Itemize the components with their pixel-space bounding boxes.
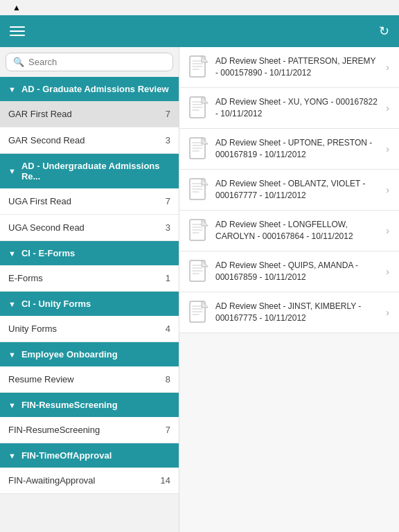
search-icon: 🔍 xyxy=(13,57,24,67)
chevron-right-icon: › xyxy=(386,307,389,318)
sidebar-item-badge: 1 xyxy=(166,273,170,283)
menu-button[interactable] xyxy=(10,26,25,36)
section-label: FIN-TimeOffApproval xyxy=(21,450,112,461)
hamburger-line-3 xyxy=(10,35,25,36)
sidebar-item-label: FIN-ResumeScreening xyxy=(8,425,100,435)
section-label: CI - Unity Forms xyxy=(21,299,91,309)
sidebar-item-label: Unity Forms xyxy=(8,323,57,334)
search-bar[interactable]: 🔍 xyxy=(6,53,173,71)
chevron-icon: ▼ xyxy=(8,167,16,175)
list-item-text: AD Review Sheet - XU, YONG - 000167822 -… xyxy=(215,96,379,120)
status-bar-left: ▲ xyxy=(8,3,21,12)
sidebar-item-badge: 4 xyxy=(166,323,170,334)
status-bar: ▲ xyxy=(0,0,399,15)
sidebar-item-badge: 3 xyxy=(166,135,170,145)
list-item-text: AD Review Sheet - QUIPS, AMANDA - 000167… xyxy=(215,260,379,283)
section-label: Employee Onboarding xyxy=(21,349,118,360)
list-item-text: AD Review Sheet - LONGFELLOW, CAROLYN - … xyxy=(215,219,379,242)
sidebar-item-badge: 7 xyxy=(166,109,170,119)
sidebar: 🔍 ▼AD - Graduate Admissions Review GAR F… xyxy=(0,47,179,532)
sidebar-item-resume-review[interactable]: Resume Review 8 xyxy=(0,366,179,393)
section-label: FIN-ResumeScreening xyxy=(21,400,118,410)
sidebar-item-eforms[interactable]: E-Forms 1 xyxy=(0,265,179,292)
list-item-item4[interactable]: AD Review Sheet - OBLANTZ, VIOLET - 0001… xyxy=(179,170,399,211)
nav-bar: ↻ xyxy=(0,15,399,47)
sidebar-item-uga-first-read[interactable]: UGA First Read 7 xyxy=(0,188,179,215)
document-icon xyxy=(189,178,209,202)
chevron-icon: ▼ xyxy=(8,249,16,258)
list-item-item3[interactable]: AD Review Sheet - UPTONE, PRESTON - 0001… xyxy=(179,129,399,170)
document-icon xyxy=(189,260,209,283)
hamburger-line-2 xyxy=(10,30,25,32)
chevron-right-icon: › xyxy=(386,266,389,277)
section-header-fin-resume[interactable]: ▼FIN-ResumeScreening xyxy=(0,393,179,417)
sidebar-item-badge: 3 xyxy=(166,222,170,233)
section-header-ci-eforms[interactable]: ▼CI - E-Forms xyxy=(0,241,179,265)
list-item-item7[interactable]: AD Review Sheet - JINST, KIMBERLY - 0001… xyxy=(179,292,399,333)
document-icon xyxy=(189,55,209,79)
sidebar-item-badge: 7 xyxy=(166,196,170,206)
sidebar-item-fin-awaiting-approval[interactable]: FIN-AwaitingApproval 14 xyxy=(0,468,179,494)
sidebar-item-uga-second-read[interactable]: UGA Second Read 3 xyxy=(0,215,179,241)
wifi-icon: ▲ xyxy=(12,3,21,12)
document-icon xyxy=(189,219,209,242)
chevron-right-icon: › xyxy=(386,225,389,236)
list-item-text: AD Review Sheet - JINST, KIMBERLY - 0001… xyxy=(215,301,379,324)
section-label: AD - Graduate Admissions Review xyxy=(21,84,169,94)
sidebar-item-label: GAR Second Read xyxy=(8,135,85,145)
section-label: CI - E-Forms xyxy=(21,248,75,258)
list-item-item1[interactable]: AD Review Sheet - PATTERSON, JEREMY - 00… xyxy=(179,47,399,88)
list-item-item6[interactable]: AD Review Sheet - QUIPS, AMANDA - 000167… xyxy=(179,251,399,292)
section-label: AD - Undergraduate Admissions Re... xyxy=(21,161,170,181)
sidebar-item-label: GAR First Read xyxy=(8,109,72,119)
list-item-text: AD Review Sheet - PATTERSON, JEREMY - 00… xyxy=(215,55,379,79)
list-item-text: AD Review Sheet - OBLANTZ, VIOLET - 0001… xyxy=(215,178,379,202)
sidebar-item-fin-resume-screening[interactable]: FIN-ResumeScreening 7 xyxy=(0,417,179,443)
chevron-icon: ▼ xyxy=(8,351,16,359)
document-icon xyxy=(189,137,209,161)
chevron-icon: ▼ xyxy=(8,300,16,308)
refresh-button[interactable]: ↻ xyxy=(379,24,389,39)
section-header-ad-grad[interactable]: ▼AD - Graduate Admissions Review xyxy=(0,77,179,101)
sidebar-item-badge: 8 xyxy=(166,374,170,384)
search-input[interactable] xyxy=(28,57,166,67)
chevron-icon: ▼ xyxy=(8,85,16,94)
sidebar-item-unity-forms[interactable]: Unity Forms 4 xyxy=(0,316,179,342)
list-item-item2[interactable]: AD Review Sheet - XU, YONG - 000167822 -… xyxy=(179,88,399,129)
chevron-icon: ▼ xyxy=(8,452,16,460)
section-header-ad-undergrad[interactable]: ▼AD - Undergraduate Admissions Re... xyxy=(0,154,179,188)
sidebar-item-gar-second-read[interactable]: GAR Second Read 3 xyxy=(0,127,179,154)
sidebar-item-badge: 7 xyxy=(166,425,170,435)
right-panel-items: AD Review Sheet - PATTERSON, JEREMY - 00… xyxy=(179,47,399,333)
sidebar-sections: ▼AD - Graduate Admissions Review GAR Fir… xyxy=(0,77,179,494)
chevron-right-icon: › xyxy=(386,62,389,73)
section-header-employee-onboarding[interactable]: ▼Employee Onboarding xyxy=(0,342,179,366)
list-item-text: AD Review Sheet - UPTONE, PRESTON - 0001… xyxy=(215,137,379,161)
document-icon xyxy=(189,96,209,120)
sidebar-item-label: Resume Review xyxy=(8,374,74,384)
main-content: 🔍 ▼AD - Graduate Admissions Review GAR F… xyxy=(0,47,399,532)
hamburger-line-1 xyxy=(10,26,25,28)
section-header-fin-timeoff[interactable]: ▼FIN-TimeOffApproval xyxy=(0,443,179,468)
sidebar-item-label: FIN-AwaitingApproval xyxy=(8,475,95,486)
chevron-right-icon: › xyxy=(386,103,389,114)
section-header-ci-unity[interactable]: ▼CI - Unity Forms xyxy=(0,292,179,316)
chevron-icon: ▼ xyxy=(8,401,16,409)
sidebar-item-badge: 14 xyxy=(161,475,170,486)
sidebar-item-label: UGA Second Read xyxy=(8,222,85,233)
right-panel: AD Review Sheet - PATTERSON, JEREMY - 00… xyxy=(179,47,399,532)
list-item-item5[interactable]: AD Review Sheet - LONGFELLOW, CAROLYN - … xyxy=(179,211,399,251)
sidebar-item-label: UGA First Read xyxy=(8,196,71,206)
chevron-right-icon: › xyxy=(386,184,389,195)
document-icon xyxy=(189,301,209,324)
chevron-right-icon: › xyxy=(386,143,389,154)
sidebar-item-gar-first-read[interactable]: GAR First Read 7 xyxy=(0,101,179,127)
sidebar-item-label: E-Forms xyxy=(8,273,43,283)
